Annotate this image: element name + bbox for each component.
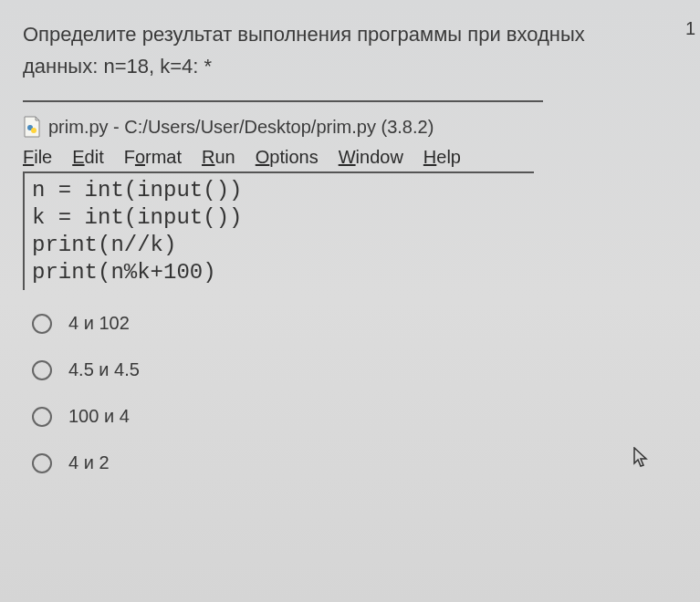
answer-options: 4 и 102 4.5 и 4.5 100 и 4 4 и 2: [23, 313, 677, 473]
question-prompt: Определите результат выполнения программ…: [23, 18, 677, 82]
window-title-text: prim.py - C:/Users/User/Desktop/prim.py …: [48, 117, 434, 138]
question-line2: данных: n=18, k=4: *: [23, 55, 212, 78]
option-2[interactable]: 4.5 и 4.5: [32, 359, 677, 380]
python-file-icon: [23, 116, 41, 138]
cursor-icon: [633, 447, 650, 472]
option-3-label: 100 и 4: [68, 406, 130, 427]
code-editor: n = int(input()) k = int(input()) print(…: [23, 171, 534, 290]
menu-file[interactable]: File: [23, 147, 52, 168]
question-line1: Определите результат выполнения программ…: [23, 23, 585, 46]
menu-run[interactable]: Run: [202, 147, 235, 168]
menu-window[interactable]: Window: [339, 147, 403, 168]
code-line-1: n = int(input()): [32, 177, 527, 204]
points-badge: 1: [685, 18, 695, 39]
code-line-3: print(n//k): [32, 232, 527, 259]
menu-bar: File Edit Format Run Options Window Help: [23, 147, 677, 168]
divider: [23, 100, 543, 102]
code-line-4: print(n%k+100): [32, 259, 527, 286]
option-4-label: 4 и 2: [68, 452, 110, 473]
option-1[interactable]: 4 и 102: [32, 313, 677, 334]
option-1-label: 4 и 102: [68, 313, 130, 334]
option-4[interactable]: 4 и 2: [32, 452, 677, 473]
menu-edit[interactable]: Edit: [72, 147, 103, 168]
radio-icon: [32, 407, 52, 427]
radio-icon: [32, 360, 52, 380]
option-2-label: 4.5 и 4.5: [68, 359, 140, 380]
menu-format[interactable]: Format: [124, 147, 182, 168]
radio-icon: [32, 453, 52, 473]
svg-point-1: [31, 128, 37, 133]
menu-help[interactable]: Help: [423, 147, 461, 168]
radio-icon: [32, 314, 52, 334]
menu-options[interactable]: Options: [256, 147, 319, 168]
code-line-2: k = int(input()): [32, 204, 527, 232]
option-3[interactable]: 100 и 4: [32, 406, 677, 427]
idle-window-title: prim.py - C:/Users/User/Desktop/prim.py …: [23, 116, 677, 138]
